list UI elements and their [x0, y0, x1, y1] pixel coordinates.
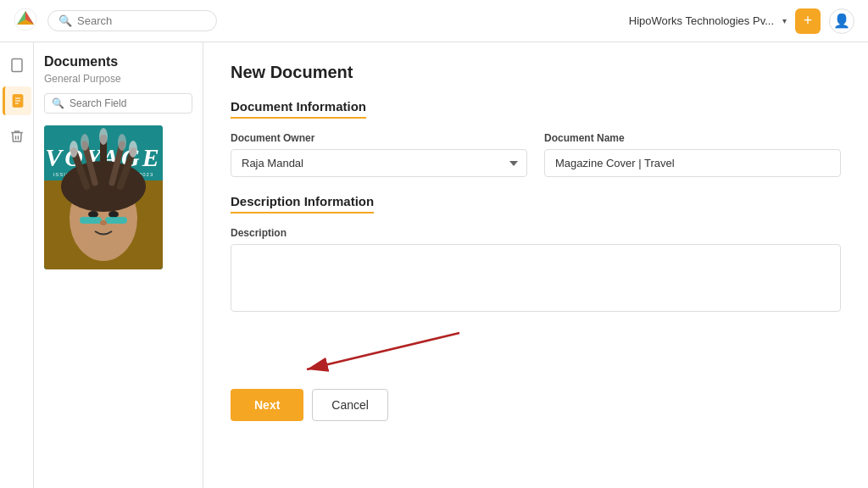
description-section: Description Information Description: [231, 194, 841, 312]
svg-point-25: [88, 211, 98, 218]
arrow-annotation: [231, 329, 468, 375]
app-logo: [14, 8, 37, 35]
svg-point-29: [100, 220, 107, 225]
svg-rect-4: [12, 59, 22, 72]
cancel-button[interactable]: Cancel: [312, 389, 388, 421]
svg-point-30: [85, 236, 122, 261]
doc-name-label: Document Name: [544, 132, 841, 144]
company-name: HipoWorks Technologies Pv...: [629, 14, 774, 27]
content-area: New Document Document Information Docume…: [203, 42, 868, 488]
chevron-down-icon[interactable]: ▾: [782, 16, 787, 25]
sidebar-search-icon: 🔍: [52, 97, 64, 109]
doc-thumbnail[interactable]: VOYAGE ISSUE 1 • VOL. 3 • MARCH 2023: [44, 125, 163, 269]
sidebar-subtitle: General Purpose: [44, 73, 192, 85]
search-icon: 🔍: [58, 14, 72, 27]
doc-name-input[interactable]: [544, 149, 841, 177]
doc-info-row: Document Owner Raja Mandal Document Name: [231, 132, 841, 177]
search-input[interactable]: [77, 14, 196, 27]
svg-point-20: [70, 141, 78, 158]
desc-label: Description: [231, 227, 841, 239]
nav-documents-filled[interactable]: [3, 86, 31, 115]
desc-group: Description: [231, 227, 841, 312]
main-container: Documents General Purpose 🔍 VOYAGE ISSUE…: [0, 42, 868, 488]
page-title: New Document: [231, 63, 841, 82]
sidebar: Documents General Purpose 🔍 VOYAGE ISSUE…: [34, 42, 203, 488]
app-header: 🔍 HipoWorks Technologies Pv... ▾ + 👤: [0, 0, 868, 42]
button-row: Next Cancel: [231, 389, 841, 421]
document-info-section: Document Information Document Owner Raja…: [231, 99, 841, 177]
nav-documents-outline[interactable]: [3, 51, 31, 80]
svg-line-32: [307, 333, 459, 369]
svg-rect-27: [80, 217, 102, 224]
sidebar-title: Documents: [44, 54, 192, 69]
svg-point-26: [108, 211, 119, 218]
svg-point-22: [99, 128, 108, 145]
nav-trash[interactable]: [3, 122, 31, 151]
svg-point-24: [129, 141, 137, 158]
add-button[interactable]: +: [795, 8, 821, 34]
global-search-box[interactable]: 🔍: [47, 10, 217, 31]
next-button[interactable]: Next: [231, 389, 303, 421]
sidebar-search-input[interactable]: [70, 97, 185, 109]
doc-name-group: Document Name: [544, 132, 841, 177]
section1-title: Document Information: [231, 99, 366, 119]
svg-point-23: [118, 134, 126, 151]
desc-textarea[interactable]: [231, 244, 841, 312]
sidebar-search-box[interactable]: 🔍: [44, 93, 192, 114]
owner-label: Document Owner: [231, 132, 527, 144]
header-right: HipoWorks Technologies Pv... ▾ + 👤: [629, 8, 854, 34]
svg-point-21: [81, 134, 89, 151]
user-icon[interactable]: 👤: [829, 8, 854, 34]
section2-title: Description Information: [231, 194, 374, 214]
svg-rect-28: [105, 217, 127, 224]
owner-group: Document Owner Raja Mandal: [231, 132, 527, 177]
owner-select[interactable]: Raja Mandal: [231, 149, 527, 177]
icon-bar: [0, 42, 34, 488]
